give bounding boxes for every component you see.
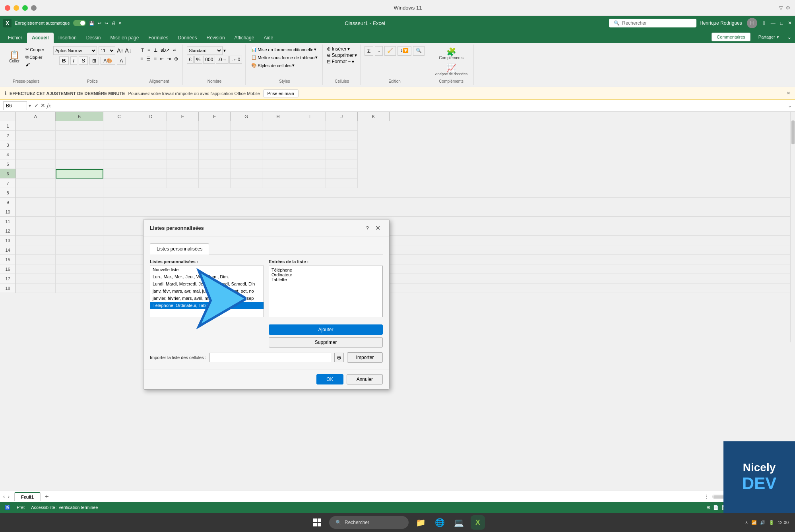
border-button[interactable]: ⊞ (89, 57, 99, 65)
cell-i5[interactable] (294, 159, 326, 169)
cell-a10[interactable] (16, 207, 56, 217)
cell-c9[interactable] (103, 198, 135, 207)
cell-c1[interactable] (103, 121, 135, 131)
coller-button[interactable]: 📋 Coller (6, 49, 22, 65)
fill-color-button[interactable]: A🎨 (101, 57, 115, 65)
italic-button[interactable]: I (70, 56, 78, 65)
settings-icon[interactable]: ⚙ (786, 5, 790, 11)
cell-j4[interactable] (326, 150, 358, 159)
vertical-scrollbar[interactable] (790, 112, 795, 342)
cell-b8[interactable] (56, 188, 103, 198)
align-middle-icon[interactable]: ≡ (146, 46, 151, 54)
cell-c6[interactable] (103, 169, 135, 179)
cell-e3[interactable] (167, 140, 199, 150)
cell-reference-box[interactable]: B6 (3, 101, 27, 110)
cell-c8[interactable] (103, 188, 135, 198)
auto-save-toggle[interactable] (73, 20, 86, 26)
cell-b17[interactable] (56, 274, 103, 283)
list-item-mois-court[interactable]: janv, févr, mars, avr, mai, juin, juil, … (150, 287, 264, 295)
cell-a8[interactable] (16, 188, 56, 198)
cell-d7[interactable] (135, 179, 167, 188)
tab-accueil[interactable]: Accueil (27, 33, 54, 43)
ajouter-button[interactable]: Ajouter (269, 324, 383, 335)
tab-aide[interactable]: Aide (259, 33, 278, 43)
sheet-tab-feuil1[interactable]: Feuil1 (14, 492, 41, 501)
tab-mise-en-page[interactable]: Mise en page (105, 33, 143, 43)
cell-d6[interactable] (135, 169, 167, 179)
bold-button[interactable]: B (59, 56, 69, 65)
cell-d5[interactable] (135, 159, 167, 169)
cell-h1[interactable] (262, 121, 294, 131)
dialog-help-button[interactable]: ? (363, 224, 371, 232)
format-painter-button[interactable]: 🖌 (24, 61, 46, 68)
cell-a13[interactable] (16, 236, 56, 245)
tab-formules[interactable]: Formules (143, 33, 173, 43)
cell-e2[interactable] (167, 131, 199, 140)
cell-j5[interactable] (326, 159, 358, 169)
minimize-button[interactable] (14, 5, 19, 11)
number-format-select[interactable]: Standard (187, 46, 223, 55)
inserer-dropdown-icon[interactable]: ▾ (347, 46, 350, 52)
importer-button[interactable]: Importer (347, 352, 383, 363)
network-icon[interactable]: 📶 (751, 520, 757, 525)
mise-forme-cond-button[interactable]: 📊 Mise en forme conditionnelle ▾ (250, 46, 319, 53)
cell-e4[interactable] (167, 150, 199, 159)
cell-b18[interactable] (56, 283, 103, 293)
increase-font-icon[interactable]: A↑ (117, 47, 123, 54)
taskbar-excel-icon[interactable]: X (471, 515, 485, 530)
tab-revision[interactable]: Révision (202, 33, 230, 43)
cell-a2[interactable] (16, 131, 56, 140)
cell-j2[interactable] (326, 131, 358, 140)
scrollbar-thumb[interactable] (791, 120, 795, 144)
font-color-button[interactable]: A (117, 57, 126, 65)
tableau-button[interactable]: 📋 Mettre sous forme de tableau ▾ (250, 54, 319, 61)
cell-h4[interactable] (262, 150, 294, 159)
cell-rest-9[interactable] (135, 198, 790, 207)
cell-b12[interactable] (56, 226, 103, 236)
cell-b2[interactable] (56, 131, 103, 140)
clear-icon[interactable]: 🧹 (384, 46, 396, 56)
cell-g4[interactable] (231, 150, 262, 159)
cell-rest-8[interactable] (135, 188, 790, 198)
cell-h7[interactable] (262, 179, 294, 188)
taskbar-edge-icon[interactable]: 🌐 (432, 515, 447, 530)
dialog-tab-listes[interactable]: Listes personnalisées (150, 243, 209, 254)
underline-button[interactable]: S (79, 56, 88, 65)
cell-a18[interactable] (16, 283, 56, 293)
cell-g2[interactable] (231, 131, 262, 140)
list-item-jours-long[interactable]: Lundi, Mardi, Mercredi, Jeudi, Vendredi,… (150, 280, 264, 287)
dialog-close-button[interactable]: ✕ (373, 223, 383, 233)
entries-box[interactable]: Téléphone Ordinateur Tablette (269, 266, 383, 317)
cell-j3[interactable] (326, 140, 358, 150)
copy-button[interactable]: ⧉ Copier (24, 54, 46, 60)
function-insert-icon[interactable]: 𝑓𝑥 (47, 102, 51, 109)
cell-c10[interactable] (103, 207, 135, 217)
fill-icon[interactable]: ↓ (375, 46, 383, 56)
cell-b9[interactable] (56, 198, 103, 207)
tab-insertion[interactable]: Insertion (54, 33, 81, 43)
cell-d2[interactable] (135, 131, 167, 140)
cell-b10[interactable] (56, 207, 103, 217)
view-normal-icon[interactable]: ⊞ (706, 505, 710, 510)
cell-f3[interactable] (199, 140, 231, 150)
cell-f1[interactable] (199, 121, 231, 131)
sound-icon[interactable]: 🔊 (760, 520, 766, 525)
cell-j1[interactable] (326, 121, 358, 131)
function-cancel-icon[interactable]: ✕ (41, 102, 45, 109)
cell-b16[interactable] (56, 264, 103, 274)
align-top-icon[interactable]: ⊤ (139, 46, 145, 54)
tab-fichier[interactable]: Fichier (3, 33, 27, 43)
align-left-icon[interactable]: ≡ (139, 55, 144, 63)
sort-filter-icon[interactable]: ↕🔽 (398, 46, 411, 56)
cell-j7[interactable] (326, 179, 358, 188)
cell-c4[interactable] (103, 150, 135, 159)
cell-a12[interactable] (16, 226, 56, 236)
taskbar-terminal-icon[interactable]: 💻 (452, 515, 466, 530)
cell-i3[interactable] (294, 140, 326, 150)
cell-c7[interactable] (103, 179, 135, 188)
cell-d1[interactable] (135, 121, 167, 131)
cell-h6[interactable] (262, 169, 294, 179)
sum-icon[interactable]: Σ (365, 46, 374, 56)
decrease-font-icon[interactable]: A↓ (125, 47, 132, 54)
decrease-decimal-icon[interactable]: .←0 (229, 56, 242, 64)
